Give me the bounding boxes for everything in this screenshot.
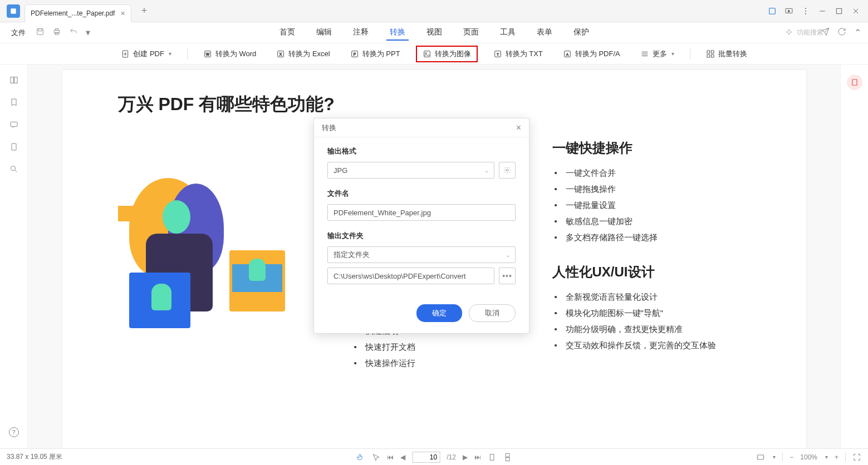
svg-rect-14 [55, 32, 58, 34]
save-icon[interactable] [36, 27, 45, 38]
attachment-icon[interactable] [9, 142, 18, 151]
word-icon: W [203, 50, 212, 58]
to-pdfa-button[interactable]: A 转换为 PDF/A [558, 47, 625, 61]
list-item: 全新视觉语言轻量化设计 [552, 292, 751, 303]
illustration [118, 172, 296, 339]
page-dimensions: 33.87 x 19.05 厘米 [7, 452, 62, 462]
tab-page[interactable]: 页面 [460, 25, 482, 41]
create-pdf-button[interactable]: 创建 PDF▾ [116, 47, 176, 61]
convert-toolbar: 创建 PDF▾ W 转换为 Word X 转换为 Excel P 转换为 PPT… [0, 43, 868, 65]
prev-page-icon[interactable]: ◀ [400, 453, 405, 461]
list-item: 交互动效和操作反馈，更完善的交互体验 [552, 340, 751, 351]
next-page-icon[interactable]: ▶ [463, 453, 468, 461]
zoom-in-icon[interactable]: + [835, 453, 838, 461]
close-window-icon[interactable] [851, 7, 860, 16]
menubar: 文件 ▾ 首页 编辑 注释 转换 视图 页面 工具 表单 保护 功能搜索 ⌃ [0, 22, 868, 43]
comment-icon[interactable] [9, 120, 18, 129]
more-button[interactable]: 更多▾ [636, 47, 679, 61]
chevron-down-icon: ⌵ [506, 252, 509, 258]
svg-text:W: W [206, 52, 210, 56]
list-item: 一键文件合并 [552, 168, 751, 179]
section2-heading: 人性化UX/UI设计 [552, 263, 751, 281]
svg-point-39 [11, 166, 15, 171]
format-settings-button[interactable] [499, 162, 516, 179]
to-image-button[interactable]: 转换为图像 [416, 46, 478, 62]
undo-icon[interactable] [69, 27, 78, 38]
fit-dropdown-icon[interactable]: ▾ [773, 454, 776, 460]
svg-rect-41 [852, 80, 856, 86]
svg-rect-45 [506, 457, 510, 461]
to-txt-button[interactable]: T 转换为 TXT [489, 47, 547, 61]
to-word-button[interactable]: W 转换为 Word [199, 47, 261, 61]
add-tab-button[interactable]: + [137, 5, 152, 17]
feature-search[interactable]: 功能搜索 [784, 28, 823, 37]
format-select[interactable]: JPG ⌵ [327, 162, 494, 179]
select-tool-icon[interactable] [371, 453, 380, 462]
tab-form[interactable]: 表单 [533, 25, 556, 41]
svg-rect-13 [55, 29, 58, 31]
page-number-input[interactable] [412, 452, 440, 463]
zoom-out-icon[interactable]: − [789, 453, 793, 461]
fullscreen-icon[interactable] [852, 453, 861, 462]
section1-list: 一键文件合并 一键拖拽操作 一键批量设置 敏感信息一键加密 多文档存储路径一键选… [552, 168, 751, 243]
filename-label: 文件名 [327, 189, 516, 199]
continuous-page-icon[interactable] [503, 453, 512, 462]
bookmark-icon[interactable] [9, 98, 18, 107]
tab-tools[interactable]: 工具 [497, 25, 519, 41]
tab-view[interactable]: 视图 [423, 25, 445, 41]
print-icon[interactable] [52, 27, 61, 38]
svg-rect-36 [14, 77, 17, 83]
folder-mode-select[interactable]: 指定文件夹 ⌵ [327, 246, 516, 263]
tab-home[interactable]: 首页 [276, 25, 298, 41]
svg-rect-1 [769, 8, 776, 14]
to-excel-button[interactable]: X 转换为 Excel [272, 47, 334, 61]
svg-rect-0 [11, 8, 16, 13]
to-ppt-button[interactable]: P 转换为 PPT [346, 47, 405, 61]
chevron-up-icon[interactable]: ⌃ [854, 27, 861, 38]
browse-folder-button[interactable]: ••• [499, 268, 516, 284]
svg-point-42 [506, 169, 508, 171]
app-square-icon[interactable] [768, 7, 777, 16]
svg-rect-11 [38, 29, 42, 31]
folder-path-input[interactable]: C:\Users\ws\Desktop\PDFExpert\Convert [327, 268, 494, 284]
first-page-icon[interactable]: ⏮ [387, 453, 394, 461]
txt-icon: T [493, 50, 502, 58]
dialog-close-icon[interactable]: × [516, 123, 521, 133]
left-sidebar: ? [0, 65, 28, 448]
list-item: 快速操作运行 [352, 358, 415, 369]
minimize-icon[interactable] [818, 7, 827, 16]
file-menu[interactable]: 文件 [7, 26, 30, 40]
dialog-header[interactable]: 转换 × [314, 118, 529, 137]
help-icon[interactable]: ? [9, 427, 19, 437]
dropdown-icon[interactable]: ▾ [86, 27, 90, 38]
list-item: 功能分级明确，查找更快更精准 [552, 324, 751, 335]
zoom-dropdown-icon[interactable]: ▾ [825, 454, 828, 460]
tab-convert[interactable]: 转换 [386, 25, 409, 41]
ok-button[interactable]: 确定 [416, 304, 462, 322]
ppt-icon: P [350, 50, 359, 58]
presentation-icon[interactable] [784, 7, 793, 16]
thumbnails-icon[interactable] [9, 76, 18, 85]
svg-rect-33 [707, 55, 710, 57]
kebab-menu-icon[interactable] [801, 7, 810, 16]
document-tab[interactable]: PDFelement_...te_Paper.pdf × [24, 4, 131, 22]
search-icon[interactable] [9, 165, 18, 174]
sync-icon[interactable] [837, 27, 846, 38]
fit-width-icon[interactable] [756, 453, 765, 462]
folder-path-value: C:\Users\ws\Desktop\PDFExpert\Convert [334, 272, 466, 280]
tab-edit[interactable]: 编辑 [313, 25, 335, 41]
filename-input[interactable]: PDFelement_White_Paper.jpg [327, 204, 516, 221]
tab-comment[interactable]: 注释 [350, 25, 372, 41]
svg-text:X: X [279, 52, 282, 56]
last-page-icon[interactable]: ⏭ [474, 453, 481, 461]
hand-tool-icon[interactable] [356, 453, 365, 462]
maximize-icon[interactable] [835, 7, 844, 16]
batch-convert-button[interactable]: 批量转换 [702, 47, 752, 61]
close-tab-icon[interactable]: × [120, 9, 125, 18]
svg-line-40 [15, 170, 17, 172]
pdf-badge-icon[interactable] [847, 75, 862, 90]
list-item: 快速打开文档 [352, 342, 415, 353]
single-page-icon[interactable] [488, 453, 497, 462]
cancel-button[interactable]: 取消 [469, 304, 516, 322]
tab-protect[interactable]: 保护 [570, 25, 592, 41]
